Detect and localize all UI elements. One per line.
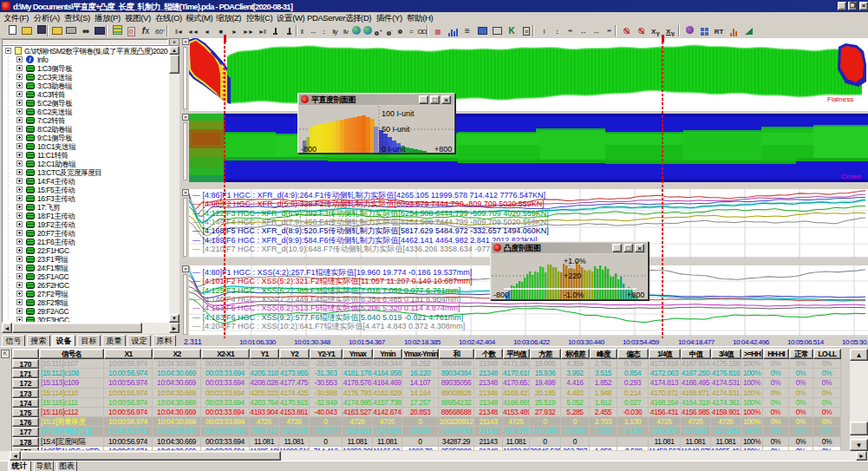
svg-text:Crown: Crown (841, 173, 861, 180)
svg-text:-800: -800 (301, 145, 317, 153)
svg-text:Flatness: Flatness (827, 95, 853, 103)
svg-text:100 I-unit: 100 I-unit (382, 109, 414, 118)
svg-text:+1.0%: +1.0% (564, 257, 586, 265)
svg-text:+800: +800 (627, 291, 644, 299)
svg-text:50 I-unit: 50 I-unit (382, 125, 410, 134)
svg-text:0 I-unit: 0 I-unit (382, 145, 406, 153)
svg-text:-1.0%: -1.0% (564, 291, 584, 299)
svg-text:-800: -800 (493, 291, 509, 299)
svg-text:+800: +800 (434, 145, 452, 153)
svg-text:+220: +220 (564, 271, 581, 280)
